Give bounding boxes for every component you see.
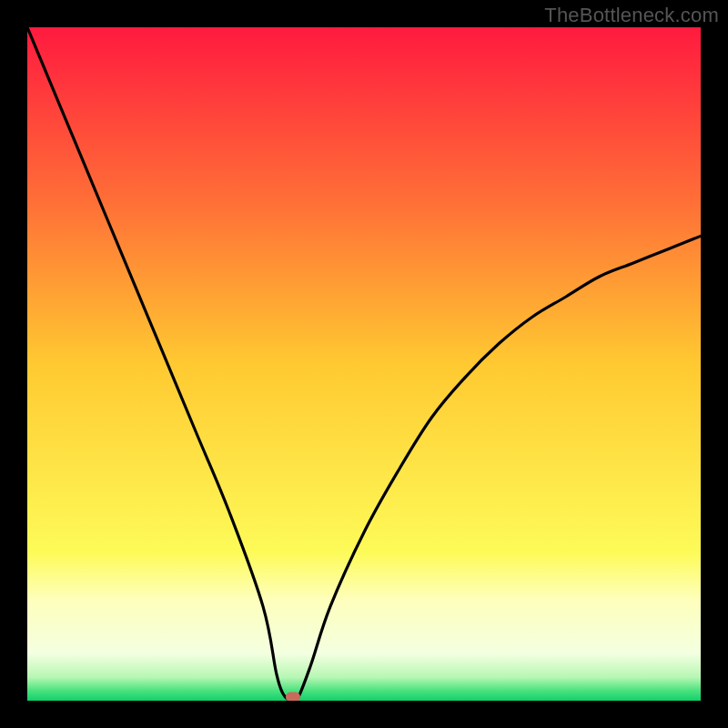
bottleneck-curve: [27, 27, 701, 701]
watermark-text: TheBottleneck.com: [544, 4, 719, 27]
optimal-point-marker: [286, 693, 300, 701]
chart-frame: TheBottleneck.com: [0, 0, 728, 728]
plot-area: [27, 27, 701, 701]
